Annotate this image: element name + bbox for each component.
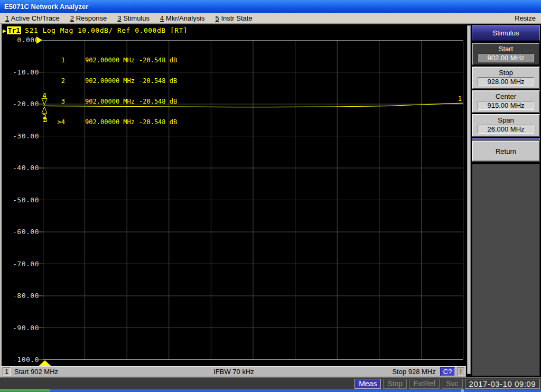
y-axis-label: -100.0 bbox=[2, 356, 39, 363]
softkey-span-label: Span bbox=[473, 116, 539, 124]
softkey-stop-label: Stop bbox=[473, 69, 539, 77]
softkey-stop-value: 928.00 MHz bbox=[478, 77, 534, 86]
marker-number-label: 1 bbox=[458, 95, 462, 102]
marker-row: >4902.00000 MHz-20.548 dB bbox=[51, 119, 177, 126]
softkey-separator bbox=[472, 138, 540, 140]
softkey-center-value: 915.00 MHz bbox=[478, 101, 534, 110]
menu-bar: 1 Active Ch/Trace 2 Response 3 Stimulus … bbox=[0, 13, 541, 24]
menu-instr-state[interactable]: 5 Instr State bbox=[210, 13, 258, 24]
windows-taskbar bbox=[0, 389, 541, 392]
app-window: E5071C Network Analyzer 1 Active Ch/Trac… bbox=[0, 0, 541, 392]
sweep-position-indicator-icon bbox=[39, 360, 51, 366]
status-start-freq: Start 902 MHz bbox=[14, 368, 58, 376]
channel-number-box: 1 bbox=[3, 367, 11, 376]
alert-badge[interactable]: ! bbox=[457, 367, 464, 376]
y-axis-label: -40.00 bbox=[2, 164, 39, 172]
y-axis-label: -50.00 bbox=[2, 196, 39, 204]
y-axis-labels: 0.000-10.00-20.00-30.00-40.00-50.00-60.0… bbox=[2, 40, 39, 360]
status-bar: 1 Start 902 MHz IFBW 70 kHz Stop 928 MHz… bbox=[0, 366, 466, 377]
y-axis-label: -30.00 bbox=[2, 132, 39, 140]
y-axis-label: -10.00 bbox=[2, 68, 39, 76]
state-svc: Svc bbox=[442, 379, 462, 389]
state-meas: Meas bbox=[355, 379, 381, 389]
softkey-sidebar: Stimulus Start 902.00 MHz Stop 928.00 MH… bbox=[466, 24, 541, 377]
softkey-menu-title: Stimulus bbox=[472, 25, 540, 41]
softkey-return[interactable]: Return bbox=[472, 141, 540, 162]
y-axis-label: 0.000 bbox=[2, 36, 39, 44]
marker-row: 3902.00000 MHz-20.548 dB bbox=[51, 98, 177, 105]
active-trace-pointer-icon: ▶ bbox=[3, 27, 6, 34]
marker-123-icon bbox=[42, 107, 47, 113]
menu-mkr-analysis[interactable]: 4 Mkr/Analysis bbox=[155, 13, 210, 24]
instrument-display: ▶Tr1S21 Log Mag 10.00dB/ Ref 0.000dB [RT… bbox=[0, 24, 466, 366]
softkey-start-label: Start bbox=[473, 45, 539, 53]
window-titlebar[interactable]: E5071C Network Analyzer bbox=[0, 0, 541, 13]
state-extref: ExtRef bbox=[409, 379, 440, 389]
trace-info-bar: ▶Tr1S21 Log Mag 10.00dB/ Ref 0.000dB [RT… bbox=[3, 26, 188, 35]
main-content: ▶Tr1S21 Log Mag 10.00dB/ Ref 0.000dB [RT… bbox=[0, 24, 541, 377]
softkey-span-value: 26.000 MHz bbox=[478, 125, 534, 134]
softkey-center-label: Center bbox=[473, 92, 539, 100]
marker-row: 1902.00000 MHz-20.548 dB bbox=[51, 57, 177, 64]
y-axis-label: -20.00 bbox=[2, 100, 39, 108]
softkey-empty-panel bbox=[472, 164, 540, 376]
start-button[interactable] bbox=[0, 389, 50, 392]
marker-row: 2902.00000 MHz-20.548 dB bbox=[51, 78, 177, 85]
menu-active-ch-trace[interactable]: 1 Active Ch/Trace bbox=[0, 13, 65, 24]
y-axis-label: -90.00 bbox=[2, 324, 39, 332]
taskbar-divider bbox=[461, 389, 464, 392]
menu-response[interactable]: 2 Response bbox=[65, 13, 112, 24]
menu-stimulus[interactable]: 3 Stimulus bbox=[112, 13, 155, 24]
softkey-stop[interactable]: Stop 928.00 MHz bbox=[472, 67, 540, 89]
window-title: E5071C Network Analyzer bbox=[4, 3, 88, 11]
sidebar-scrollbar[interactable] bbox=[467, 25, 471, 374]
softkey-center[interactable]: Center 915.00 MHz bbox=[472, 90, 540, 113]
state-stop: Stop bbox=[383, 379, 407, 389]
menu-resize[interactable]: Resize bbox=[509, 13, 541, 24]
softkey-span[interactable]: Span 26.000 MHz bbox=[472, 114, 540, 137]
status-stop-freq: Stop 928 MHz bbox=[392, 368, 435, 376]
softkey-start[interactable]: Start 902.00 MHz bbox=[472, 43, 540, 66]
instrument-state-bar: Meas Stop ExtRef Svc 2017-03-10 09:09 bbox=[0, 377, 541, 389]
trace-settings-text: S21 Log Mag 10.00dB/ Ref 0.000dB [RT] bbox=[25, 26, 188, 34]
ref-level-indicator-icon bbox=[36, 36, 42, 44]
softkey-start-value: 902.00 MHz bbox=[478, 53, 534, 62]
marker-table: 1902.00000 MHz-20.548 dB 2902.00000 MHz-… bbox=[51, 43, 177, 139]
datetime-display: 2017-03-10 09:09 bbox=[465, 379, 540, 389]
y-axis-label: -70.00 bbox=[2, 260, 39, 268]
marker-number-label: 3 bbox=[43, 116, 47, 124]
correction-status-badge[interactable]: C? bbox=[440, 367, 455, 376]
y-axis-label: -80.00 bbox=[2, 292, 39, 300]
y-axis-label: -60.00 bbox=[2, 228, 39, 236]
trace-badge[interactable]: Tr1 bbox=[7, 26, 21, 34]
